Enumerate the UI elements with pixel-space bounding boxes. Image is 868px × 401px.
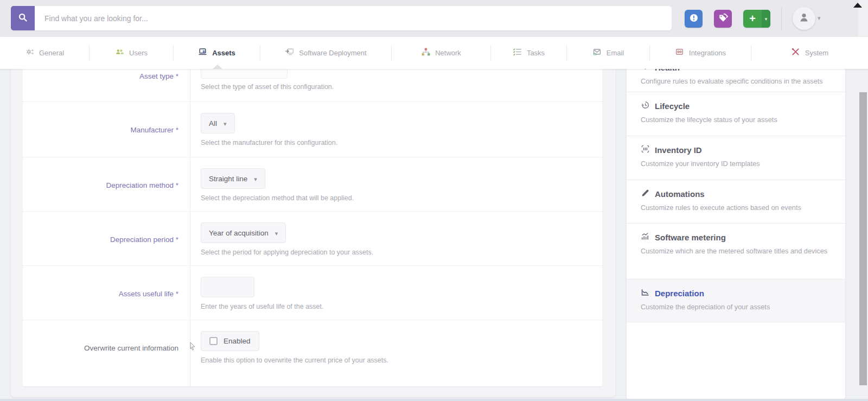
- depreciation-period-help: Select the period for applying depreciat…: [201, 249, 602, 256]
- sidebar-item-depreciation[interactable]: Depreciation Customize the depreciation …: [627, 279, 845, 322]
- sidebar-item-title: Automations: [655, 189, 705, 199]
- pencil-icon: [641, 188, 650, 200]
- tab-label: Assets: [212, 49, 235, 57]
- sidebar-item-health[interactable]: Health Configure rules to evaluate speci…: [627, 69, 845, 92]
- tab-users[interactable]: Users: [90, 37, 173, 69]
- asset-type-label: Asset type *: [139, 72, 178, 80]
- bottom-edge-strip: [0, 399, 868, 401]
- sidebar-item-description: Customize your inventory ID templates: [641, 159, 831, 168]
- integrations-icon: [675, 47, 684, 59]
- overwrite-label: Overwrite current information: [84, 344, 178, 352]
- depreciation-method-select[interactable]: Straight line: [201, 168, 265, 189]
- sidebar-item-description: Configure rules to evaluate specific con…: [641, 77, 831, 86]
- gear-icon: [25, 47, 34, 59]
- manufacturer-help: Select the manufacturer for this configu…: [201, 139, 602, 147]
- sidebar-item-automations[interactable]: Automations Customize rules to execute a…: [627, 180, 845, 224]
- top-header: + ▾ ▾: [0, 0, 868, 37]
- sidebar-item-title: Lifecycle: [655, 101, 690, 111]
- tab-label: Integrations: [689, 49, 726, 57]
- network-icon: [421, 47, 430, 59]
- sidebar-item-description: Customize the lifecycle status of your a…: [641, 115, 831, 124]
- depreciation-method-value: Straight line: [209, 175, 247, 183]
- enabled-checkbox-label: Enabled: [224, 337, 251, 345]
- scrollbar-thumb[interactable]: [859, 92, 867, 385]
- form-row-useful-life: Assets useful life * Enter the years of …: [23, 266, 602, 320]
- add-button[interactable]: + ▾: [743, 10, 770, 28]
- sidebar-item-title: Inventory ID: [655, 145, 702, 155]
- tab-software-deployment[interactable]: Software Deployment: [260, 37, 391, 69]
- search-button[interactable]: [11, 6, 35, 30]
- header-divider: [781, 8, 782, 30]
- tab-label: Tasks: [527, 49, 545, 57]
- depreciation-period-value: Year of acquisition: [209, 229, 269, 237]
- scrollbar-up-arrow[interactable]: [853, 3, 862, 8]
- depreciation-form: Asset type * Select the type of asset of…: [23, 69, 602, 386]
- plus-icon: +: [743, 10, 762, 28]
- history-clock-icon: [641, 100, 650, 112]
- sidebar-item-description: Customize which are the metered software…: [641, 246, 831, 256]
- tab-general[interactable]: General: [0, 37, 89, 69]
- search-input[interactable]: [35, 6, 672, 30]
- tab-label: System: [805, 49, 828, 57]
- asset-type-select[interactable]: [201, 69, 288, 79]
- manufacturer-label: Manufacturer *: [130, 126, 178, 134]
- tab-network[interactable]: Network: [392, 37, 490, 69]
- sidebar-item-software-metering[interactable]: Software metering Customize which are th…: [627, 224, 845, 279]
- form-row-asset-type: Asset type * Select the type of asset of…: [23, 69, 602, 102]
- app-window: + ▾ ▾ General Users Assets Software: [0, 0, 868, 401]
- tab-integrations[interactable]: Integrations: [650, 37, 751, 69]
- tab-label: Users: [129, 49, 148, 57]
- asset-type-help: Select the type of asset of this configu…: [201, 83, 334, 91]
- chevron-down-icon: [275, 229, 278, 237]
- global-search: [11, 6, 672, 30]
- alert-circle-icon: [689, 13, 699, 24]
- form-row-depreciation-period: Depreciation period * Year of acquisitio…: [23, 212, 602, 266]
- add-dropdown-caret[interactable]: ▾: [762, 10, 770, 28]
- chevron-down-icon: [224, 119, 227, 128]
- tags-button[interactable]: [714, 10, 732, 28]
- chevron-down-icon: [254, 175, 257, 183]
- useful-life-help: Enter the years of useful life of the as…: [201, 303, 602, 310]
- user-avatar[interactable]: [793, 7, 815, 30]
- manufacturer-select[interactable]: All: [201, 113, 235, 133]
- sidebar-item-lifecycle[interactable]: Lifecycle Customize the lifecycle status…: [627, 92, 845, 136]
- deploy-icon: [285, 47, 294, 59]
- tab-label: Software Deployment: [299, 49, 366, 57]
- tools-icon: [791, 47, 800, 59]
- depreciation-period-label: Depreciation period *: [110, 235, 178, 244]
- tab-label: General: [39, 49, 64, 57]
- users-icon: [115, 47, 124, 59]
- active-tab-notch: [213, 65, 222, 69]
- barcode-icon: [641, 144, 650, 156]
- manufacturer-value: All: [209, 119, 217, 128]
- form-row-overwrite: Overwrite current information Enabled En…: [23, 320, 602, 386]
- tab-tasks[interactable]: Tasks: [491, 37, 566, 69]
- sidebar-item-inventory-id[interactable]: Inventory ID Customize your inventory ID…: [627, 136, 845, 180]
- checkbox-icon[interactable]: [209, 337, 218, 345]
- alerts-button[interactable]: [685, 10, 703, 28]
- sidebar-item-title: Health: [655, 69, 680, 72]
- metering-chart-icon: [641, 232, 650, 243]
- depreciation-method-help: Select the depreciation method that will…: [201, 194, 602, 202]
- depreciation-chart-icon: [641, 288, 650, 299]
- person-icon: [798, 11, 810, 26]
- tab-label: Network: [435, 49, 461, 57]
- sidebar-item-title: Depreciation: [655, 289, 704, 298]
- enabled-checkbox-button[interactable]: Enabled: [201, 331, 259, 351]
- laptop-icon: [198, 47, 207, 59]
- overwrite-help: Enable this option to overwrite the curr…: [201, 357, 602, 364]
- sidebar-item-description: Customize rules to execute actions based…: [641, 203, 831, 212]
- tab-email[interactable]: Email: [567, 37, 649, 69]
- sidebar-item-title: Software metering: [655, 233, 726, 242]
- tab-system[interactable]: System: [751, 37, 868, 69]
- assets-settings-sidebar: Health Configure rules to evaluate speci…: [627, 69, 845, 399]
- form-row-depreciation-method: Depreciation method * Straight line Sele…: [23, 157, 602, 212]
- useful-life-input[interactable]: [201, 277, 254, 297]
- search-icon: [18, 12, 28, 24]
- tasks-icon: [513, 47, 522, 59]
- user-menu-caret[interactable]: ▾: [818, 15, 821, 22]
- settings-nav: General Users Assets Software Deployment…: [0, 37, 868, 69]
- depreciation-period-select[interactable]: Year of acquisition: [201, 222, 286, 243]
- sidebar-filler: [627, 322, 845, 390]
- useful-life-label: Assets useful life *: [119, 290, 178, 298]
